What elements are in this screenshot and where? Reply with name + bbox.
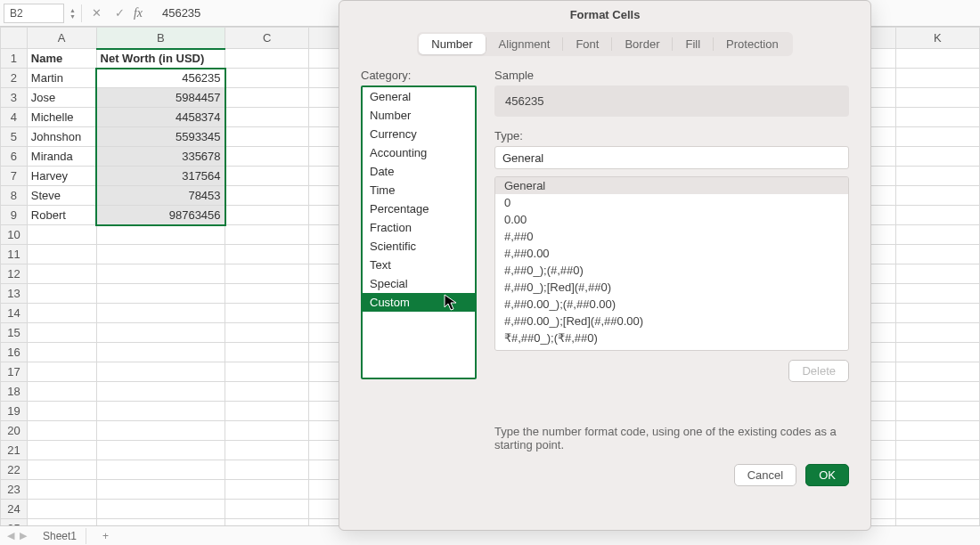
cell-B17[interactable]: [96, 362, 225, 382]
row-header-22[interactable]: 22: [1, 460, 28, 480]
cell-A1[interactable]: Name: [27, 49, 96, 69]
category-item-date[interactable]: Date: [363, 162, 475, 181]
row-header-9[interactable]: 9: [1, 206, 28, 225]
cell-K17[interactable]: [895, 362, 979, 382]
confirm-entry-button[interactable]: ✓: [110, 4, 130, 23]
cell-A21[interactable]: [27, 441, 96, 460]
cell-B1[interactable]: Net Worth (in USD): [96, 49, 225, 69]
cell-A15[interactable]: [27, 323, 96, 343]
cell-K23[interactable]: [895, 480, 979, 500]
category-item-currency[interactable]: Currency: [363, 125, 475, 143]
cell-A10[interactable]: [27, 225, 96, 245]
cell-K5[interactable]: [895, 127, 979, 147]
delete-button[interactable]: Delete: [788, 360, 849, 382]
row-header-16[interactable]: 16: [1, 343, 28, 362]
cell-B14[interactable]: [96, 304, 225, 323]
cell-C1[interactable]: [225, 49, 309, 69]
category-list[interactable]: GeneralNumberCurrencyAccountingDateTimeP…: [361, 85, 477, 379]
cell-A9[interactable]: Robert: [27, 206, 96, 225]
format-code-item[interactable]: 0.00: [495, 211, 848, 228]
cell-K11[interactable]: [895, 245, 979, 264]
cell-C16[interactable]: [225, 343, 309, 362]
row-header-11[interactable]: 11: [1, 245, 28, 264]
add-sheet-button[interactable]: +: [94, 528, 118, 544]
cell-K19[interactable]: [895, 402, 979, 421]
cell-A12[interactable]: [27, 264, 96, 284]
cell-C2[interactable]: [225, 69, 309, 88]
cell-B4[interactable]: 4458374: [96, 108, 225, 127]
category-item-number[interactable]: Number: [363, 106, 475, 125]
cell-B18[interactable]: [96, 382, 225, 402]
cell-B8[interactable]: 78453: [96, 186, 225, 206]
format-code-item[interactable]: ₹#.##0_);[Red](₹#.##0): [495, 346, 848, 351]
cell-A4[interactable]: Michelle: [27, 108, 96, 127]
cell-C25[interactable]: [225, 519, 309, 526]
category-item-percentage[interactable]: Percentage: [363, 199, 475, 218]
cell-K4[interactable]: [895, 108, 979, 127]
dialog-tab-alignment[interactable]: Alignment: [486, 34, 563, 54]
cell-B5[interactable]: 5593345: [96, 127, 225, 147]
cell-B3[interactable]: 5984457: [96, 88, 225, 108]
cell-B22[interactable]: [96, 460, 225, 480]
cell-A24[interactable]: [27, 500, 96, 519]
row-header-6[interactable]: 6: [1, 147, 28, 167]
category-item-custom[interactable]: Custom: [363, 293, 475, 312]
format-code-item[interactable]: #,##0.00_);[Red](#,##0.00): [495, 313, 848, 329]
cell-B12[interactable]: [96, 264, 225, 284]
col-header-C[interactable]: C: [225, 28, 309, 49]
col-header-A[interactable]: A: [27, 28, 96, 49]
cell-A17[interactable]: [27, 362, 96, 382]
cell-A11[interactable]: [27, 245, 96, 264]
dialog-tab-protection[interactable]: Protection: [714, 34, 791, 54]
category-item-scientific[interactable]: Scientific: [363, 237, 475, 256]
format-code-list[interactable]: General00.00#,##0#,##0.00#,##0_);(#,##0)…: [494, 176, 849, 351]
cell-A23[interactable]: [27, 480, 96, 500]
cell-K22[interactable]: [895, 460, 979, 480]
cell-K3[interactable]: [895, 88, 979, 108]
cell-A13[interactable]: [27, 284, 96, 304]
cell-C20[interactable]: [225, 421, 309, 441]
row-header-13[interactable]: 13: [1, 284, 28, 304]
cell-C24[interactable]: [225, 500, 309, 519]
format-code-item[interactable]: General: [495, 177, 848, 194]
row-header-10[interactable]: 10: [1, 225, 28, 245]
cell-C23[interactable]: [225, 480, 309, 500]
row-header-1[interactable]: 1: [1, 49, 28, 69]
row-header-25[interactable]: 25: [1, 519, 28, 526]
cell-B16[interactable]: [96, 343, 225, 362]
cell-A16[interactable]: [27, 343, 96, 362]
cell-A18[interactable]: [27, 382, 96, 402]
cell-K20[interactable]: [895, 421, 979, 441]
cell-A3[interactable]: Jose: [27, 88, 96, 108]
cell-A22[interactable]: [27, 460, 96, 480]
cell-B7[interactable]: 317564: [96, 167, 225, 186]
row-header-2[interactable]: 2: [1, 69, 28, 88]
cell-C14[interactable]: [225, 304, 309, 323]
row-header-23[interactable]: 23: [1, 480, 28, 500]
cell-A5[interactable]: Johnshon: [27, 127, 96, 147]
cell-C6[interactable]: [225, 147, 309, 167]
dialog-tab-fill[interactable]: Fill: [673, 34, 713, 54]
cell-C3[interactable]: [225, 88, 309, 108]
cell-B11[interactable]: [96, 245, 225, 264]
row-header-4[interactable]: 4: [1, 108, 28, 127]
row-header-15[interactable]: 15: [1, 323, 28, 343]
cell-A25[interactable]: [27, 519, 96, 526]
cell-B19[interactable]: [96, 402, 225, 421]
cell-K7[interactable]: [895, 167, 979, 186]
cell-A6[interactable]: Miranda: [27, 147, 96, 167]
category-item-special[interactable]: Special: [363, 274, 475, 293]
cell-K18[interactable]: [895, 382, 979, 402]
dialog-tab-number[interactable]: Number: [419, 34, 485, 54]
cell-B25[interactable]: [96, 519, 225, 526]
cell-C13[interactable]: [225, 284, 309, 304]
ok-button[interactable]: OK: [805, 464, 849, 486]
format-code-item[interactable]: #,##0.00_);(#,##0.00): [495, 296, 848, 313]
cell-K10[interactable]: [895, 225, 979, 245]
row-header-21[interactable]: 21: [1, 441, 28, 460]
cell-C8[interactable]: [225, 186, 309, 206]
cell-K2[interactable]: [895, 69, 979, 88]
row-header-24[interactable]: 24: [1, 500, 28, 519]
col-header-B[interactable]: B: [96, 28, 225, 49]
cell-C12[interactable]: [225, 264, 309, 284]
